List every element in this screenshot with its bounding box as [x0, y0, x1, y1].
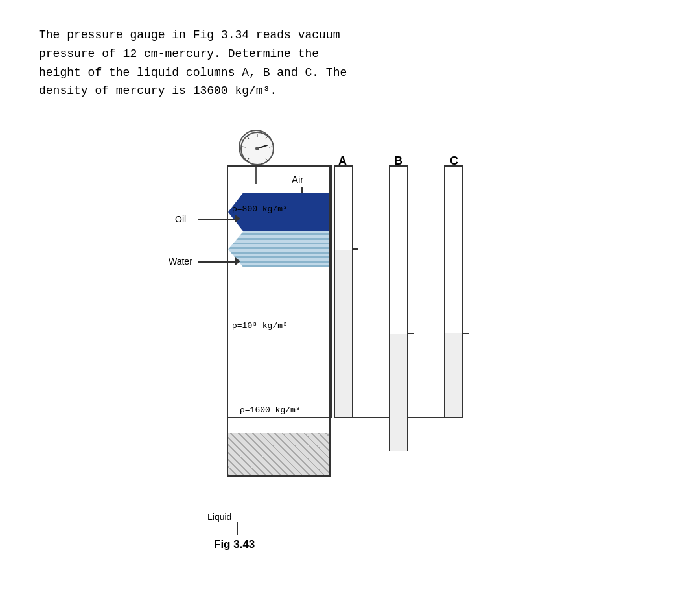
col-c-bottom-wall: [444, 417, 463, 418]
page: The pressure gauge in Fig 3.34 reads vac…: [0, 0, 700, 605]
col-a-fluid: [335, 250, 352, 418]
col-a-level-tick: [353, 248, 358, 250]
water-label: Water: [169, 256, 192, 267]
column-c: [444, 165, 463, 418]
density-1600-label: ρ=1600 kg/m³: [240, 405, 301, 415]
col-c-right-wall: [462, 165, 463, 418]
col-b-level-tick: [408, 333, 414, 334]
col-c-fluid: [445, 333, 462, 417]
oil-arrow-line: [198, 219, 237, 220]
tank-bottom-wall: [227, 417, 332, 418]
col-b-top: [389, 165, 408, 167]
svg-point-9: [255, 147, 259, 150]
water-arrow-line: [198, 261, 237, 263]
col-b-fluid: [390, 334, 407, 451]
liquid-label: Liquid: [207, 512, 231, 522]
column-b: [389, 165, 408, 451]
problem-description: The pressure gauge in Fig 3.34 reads vac…: [39, 29, 347, 97]
col-a-top: [334, 165, 353, 167]
column-a: [334, 165, 353, 418]
gauge-circle: [239, 130, 274, 165]
bottom-fluid: [228, 433, 329, 475]
density-1000-label: ρ=10³ kg/m³: [232, 321, 288, 331]
oil-arrow-head: [235, 215, 240, 222]
col-c-level-mark: [463, 333, 469, 334]
tank-right-wall: [331, 165, 332, 418]
water-layer: [228, 231, 329, 267]
figure-label: Fig 3.43: [214, 538, 255, 551]
gauge-face: [240, 131, 275, 166]
col-a-right-wall: [352, 165, 353, 418]
col-c-top: [444, 165, 463, 167]
density-800-label: ρ=800 kg/m³: [232, 204, 288, 214]
liquid-arrow: [237, 522, 238, 535]
water-arrow-head: [235, 257, 240, 265]
oil-label: Oil: [175, 214, 186, 224]
col-b-right-wall: [407, 165, 408, 451]
diagram: Air ρ=800 kg/m³ ρ=10³ kg/m³ ρ=1600 kg/m³…: [162, 130, 551, 558]
problem-text: The pressure gauge in Fig 3.34 reads vac…: [39, 26, 356, 101]
pressure-gauge: [237, 130, 275, 169]
